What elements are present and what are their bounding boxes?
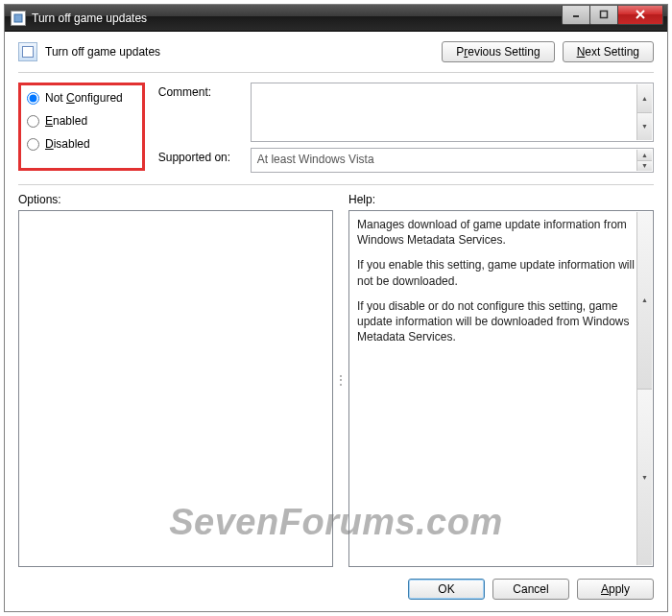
help-box[interactable]: Manages download of game update informat… xyxy=(348,210,654,567)
window-controls xyxy=(563,6,663,25)
supported-value-box: At least Windows Vista ▲▼ xyxy=(251,148,654,173)
help-panel: Help: Manages download of game update in… xyxy=(348,193,654,567)
close-button[interactable] xyxy=(617,6,663,25)
help-text-p1: Manages download of game update informat… xyxy=(357,217,636,248)
state-radio-group: Not Configured Enabled Disabled xyxy=(18,83,145,171)
cancel-button[interactable]: Cancel xyxy=(492,579,569,600)
previous-setting-button[interactable]: Previous Setting xyxy=(442,41,554,62)
help-label: Help: xyxy=(348,193,654,206)
titlebar[interactable]: Turn off game updates xyxy=(5,5,667,32)
radio-not-configured[interactable]: Not Configured xyxy=(27,91,123,105)
radio-disabled[interactable]: Disabled xyxy=(27,137,123,151)
footer-buttons: OK Cancel Apply xyxy=(18,567,654,600)
supported-label: Supported on: xyxy=(158,148,243,164)
help-text-p3: If you disable or do not configure this … xyxy=(357,298,636,345)
apply-button[interactable]: Apply xyxy=(577,579,654,600)
comment-label: Comment: xyxy=(158,83,243,99)
header-row: Turn off game updates Previous Setting N… xyxy=(18,41,654,62)
help-text-p2: If you enable this setting, game update … xyxy=(357,257,636,288)
policy-title: Turn off game updates xyxy=(45,45,160,59)
comment-scroll[interactable]: ▲▼ xyxy=(636,84,652,140)
svg-rect-2 xyxy=(601,12,608,18)
svg-rect-0 xyxy=(14,14,22,22)
config-row: Not Configured Enabled Disabled Comment:… xyxy=(18,83,654,173)
radio-disabled-label: Disabled xyxy=(45,137,90,151)
comment-input[interactable]: ▲▼ xyxy=(251,83,654,142)
radio-not-configured-input[interactable] xyxy=(27,92,39,105)
supported-row: Supported on: At least Windows Vista ▲▼ xyxy=(158,148,654,173)
ok-button[interactable]: OK xyxy=(408,579,485,600)
divider2 xyxy=(18,184,654,185)
options-label: Options: xyxy=(18,193,333,206)
policy-icon xyxy=(18,42,37,61)
next-setting-button[interactable]: Next Setting xyxy=(563,41,654,62)
supported-value: At least Windows Vista xyxy=(257,153,374,166)
window-frame: Turn off game updates Turn off game upda… xyxy=(4,4,668,612)
radio-enabled-label: Enabled xyxy=(45,114,87,128)
radio-enabled[interactable]: Enabled xyxy=(27,114,123,128)
options-box[interactable] xyxy=(18,210,333,567)
panels: Options: Help: Manages download of game … xyxy=(18,193,654,567)
panel-splitter[interactable] xyxy=(339,193,343,567)
options-panel: Options: xyxy=(18,193,333,567)
help-scroll[interactable]: ▲▼ xyxy=(636,212,652,565)
window-icon xyxy=(11,11,26,26)
minimize-button[interactable] xyxy=(562,6,590,25)
right-fields: Comment: ▲▼ Supported on: At least Windo… xyxy=(158,83,654,173)
client-area: Turn off game updates Previous Setting N… xyxy=(5,32,667,611)
maximize-button[interactable] xyxy=(589,6,618,25)
radio-not-configured-label: Not Configured xyxy=(45,91,123,105)
comment-row: Comment: ▲▼ xyxy=(158,83,654,142)
radio-enabled-input[interactable] xyxy=(27,115,39,128)
radio-disabled-input[interactable] xyxy=(27,138,39,151)
divider xyxy=(18,72,654,73)
supported-scroll[interactable]: ▲▼ xyxy=(636,150,652,171)
window-title: Turn off game updates xyxy=(32,12,147,25)
